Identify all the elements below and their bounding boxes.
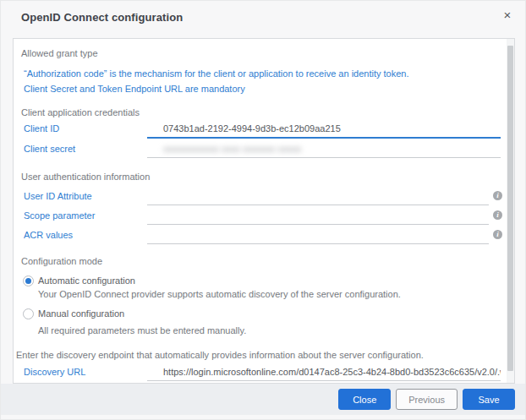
client-secret-label: Client secret — [24, 144, 75, 154]
discovery-intro-text: Enter the discovery endpoint that automa… — [16, 350, 424, 360]
radio-selected-icon — [23, 275, 34, 286]
radio-unselected-icon — [23, 308, 34, 319]
dialog-title: OpenID Connect configuration — [21, 11, 183, 24]
discovery-url-label: Discovery URL — [24, 367, 85, 377]
grant-info-line-1: “Authorization code” is the mechanism fo… — [24, 68, 409, 79]
openid-connect-config-dialog: OpenID Connect configuration × Allowed g… — [0, 0, 526, 420]
scope-parameter-input[interactable] — [147, 207, 489, 225]
info-icon[interactable]: i — [493, 191, 502, 200]
client-id-label: Client ID — [24, 123, 59, 134]
scrollbar-thumb[interactable] — [507, 46, 513, 371]
client-id-input[interactable]: 0743b1ad-2192-4994-9d3b-ec12b09aa215 — [147, 120, 501, 139]
previous-button[interactable]: Previous — [396, 389, 458, 410]
scope-parameter-label: Scope parameter — [24, 210, 95, 221]
user-id-attribute-row: User ID Attribute i — [24, 188, 502, 206]
section-header-configuration-mode: Configuration mode — [21, 256, 102, 266]
user-id-attribute-input[interactable] — [147, 188, 489, 205]
radio-automatic-label: Automatic configuration — [38, 275, 135, 286]
scope-parameter-row: Scope parameter i — [24, 207, 502, 226]
grant-info-line-2: Client Secret and Token Endpoint URL are… — [24, 84, 245, 94]
section-header-allowed-grant-type: Allowed grant type — [21, 48, 98, 58]
radio-automatic-configuration[interactable]: Automatic configuration — [23, 274, 135, 287]
discovery-url-input[interactable]: https://login.microsoftonline.com/d0147a… — [147, 363, 501, 381]
acr-values-label: ACR values — [24, 230, 73, 240]
discovery-url-value: https://login.microsoftonline.com/d0147a… — [163, 367, 501, 377]
dialog-footer: Close Previous Save — [1, 384, 526, 415]
close-button[interactable]: Close — [338, 389, 391, 410]
acr-values-input[interactable] — [147, 226, 489, 244]
client-id-row: Client ID 0743b1ad-2192-4994-9d3b-ec12b0… — [24, 120, 502, 139]
client-id-value: 0743b1ad-2192-4994-9d3b-ec12b09aa215 — [163, 123, 341, 134]
client-secret-row: Client secret xxxxxxxxxxxx xxxx xxxxxxx … — [24, 140, 502, 159]
info-icon[interactable]: i — [493, 210, 502, 220]
save-button[interactable]: Save — [463, 389, 515, 410]
scroll-content: Allowed grant type “Authorization code” … — [14, 39, 507, 383]
vertical-scrollbar[interactable] — [507, 39, 514, 383]
info-icon[interactable]: i — [493, 230, 502, 239]
radio-manual-label: Manual configuration — [38, 308, 124, 319]
client-secret-redacted-value: xxxxxxxxxxxx xxxx xxxxxxx xxxxx — [163, 144, 301, 154]
section-header-client-credentials: Client application credentials — [21, 107, 140, 117]
client-secret-input[interactable]: xxxxxxxxxxxx xxxx xxxxxxx xxxxx — [147, 140, 501, 158]
manual-configuration-description: All required parameters must be entered … — [38, 325, 246, 335]
radio-manual-configuration[interactable]: Manual configuration — [23, 307, 124, 320]
discovery-url-row: Discovery URL https://login.microsoftonl… — [24, 363, 502, 382]
section-header-user-auth: User authentication information — [21, 172, 150, 182]
acr-values-row: ACR values i — [24, 226, 502, 245]
close-icon[interactable]: × — [499, 7, 516, 24]
dialog-body: Allowed grant type “Authorization code” … — [13, 38, 515, 384]
automatic-configuration-description: Your OpenID Connect provider supports au… — [38, 289, 401, 299]
user-id-attribute-label: User ID Attribute — [24, 191, 92, 201]
